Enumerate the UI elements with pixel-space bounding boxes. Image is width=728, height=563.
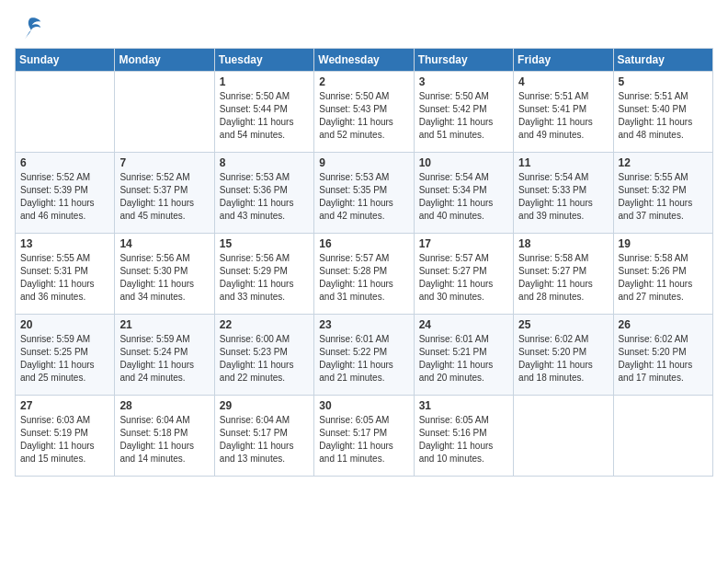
calendar-cell: 7Sunrise: 5:52 AM Sunset: 5:37 PM Daylig… bbox=[115, 153, 214, 234]
day-info: Sunrise: 5:51 AM Sunset: 5:40 PM Dayligh… bbox=[619, 90, 708, 142]
day-number: 11 bbox=[518, 156, 608, 169]
page-header bbox=[15, 15, 713, 40]
calendar-cell: 12Sunrise: 5:55 AM Sunset: 5:32 PM Dayli… bbox=[613, 153, 712, 234]
calendar-cell: 22Sunrise: 6:00 AM Sunset: 5:23 PM Dayli… bbox=[214, 315, 313, 396]
day-number: 31 bbox=[419, 399, 508, 412]
day-number: 14 bbox=[119, 237, 209, 250]
weekday-header-saturday: Saturday bbox=[613, 49, 712, 72]
day-number: 29 bbox=[220, 399, 309, 412]
day-info: Sunrise: 6:04 AM Sunset: 5:18 PM Dayligh… bbox=[119, 414, 209, 465]
weekday-header-tuesday: Tuesday bbox=[214, 49, 313, 72]
day-number: 8 bbox=[220, 156, 309, 169]
day-info: Sunrise: 5:52 AM Sunset: 5:39 PM Dayligh… bbox=[20, 171, 109, 223]
day-number: 15 bbox=[220, 237, 309, 250]
day-number: 1 bbox=[220, 75, 309, 88]
logo bbox=[15, 15, 42, 40]
calendar-cell: 28Sunrise: 6:04 AM Sunset: 5:18 PM Dayli… bbox=[115, 396, 214, 477]
calendar-cell: 24Sunrise: 6:01 AM Sunset: 5:21 PM Dayli… bbox=[414, 315, 513, 396]
day-number: 9 bbox=[319, 156, 408, 169]
day-info: Sunrise: 5:56 AM Sunset: 5:29 PM Dayligh… bbox=[220, 252, 309, 304]
weekday-header-monday: Monday bbox=[115, 49, 214, 72]
day-number: 6 bbox=[20, 156, 109, 169]
calendar-cell: 23Sunrise: 6:01 AM Sunset: 5:22 PM Dayli… bbox=[314, 315, 414, 396]
calendar-week-row: 13Sunrise: 5:55 AM Sunset: 5:31 PM Dayli… bbox=[16, 234, 713, 315]
day-info: Sunrise: 6:00 AM Sunset: 5:23 PM Dayligh… bbox=[220, 333, 309, 385]
day-number: 28 bbox=[119, 399, 209, 412]
day-number: 18 bbox=[518, 237, 608, 250]
day-info: Sunrise: 5:54 AM Sunset: 5:33 PM Dayligh… bbox=[518, 171, 608, 223]
day-info: Sunrise: 5:58 AM Sunset: 5:26 PM Dayligh… bbox=[619, 252, 708, 304]
calendar-cell: 30Sunrise: 6:05 AM Sunset: 5:17 PM Dayli… bbox=[314, 396, 414, 477]
calendar-cell: 25Sunrise: 6:02 AM Sunset: 5:20 PM Dayli… bbox=[514, 315, 613, 396]
day-info: Sunrise: 6:05 AM Sunset: 5:17 PM Dayligh… bbox=[319, 414, 408, 465]
calendar-week-row: 1Sunrise: 5:50 AM Sunset: 5:44 PM Daylig… bbox=[16, 72, 713, 153]
calendar-cell bbox=[115, 72, 214, 153]
weekday-header-friday: Friday bbox=[514, 49, 613, 72]
calendar-cell: 3Sunrise: 5:50 AM Sunset: 5:42 PM Daylig… bbox=[414, 72, 513, 153]
day-number: 24 bbox=[419, 318, 508, 331]
day-number: 21 bbox=[119, 318, 209, 331]
day-number: 7 bbox=[119, 156, 209, 169]
day-number: 16 bbox=[319, 237, 408, 250]
calendar-cell: 5Sunrise: 5:51 AM Sunset: 5:40 PM Daylig… bbox=[613, 72, 712, 153]
calendar-cell: 20Sunrise: 5:59 AM Sunset: 5:25 PM Dayli… bbox=[16, 315, 115, 396]
day-info: Sunrise: 5:53 AM Sunset: 5:35 PM Dayligh… bbox=[319, 171, 408, 223]
calendar-cell: 16Sunrise: 5:57 AM Sunset: 5:28 PM Dayli… bbox=[314, 234, 414, 315]
day-number: 12 bbox=[619, 156, 708, 169]
calendar-cell: 14Sunrise: 5:56 AM Sunset: 5:30 PM Dayli… bbox=[115, 234, 214, 315]
day-info: Sunrise: 5:58 AM Sunset: 5:27 PM Dayligh… bbox=[518, 252, 608, 304]
day-info: Sunrise: 6:02 AM Sunset: 5:20 PM Dayligh… bbox=[518, 333, 608, 385]
calendar-cell: 29Sunrise: 6:04 AM Sunset: 5:17 PM Dayli… bbox=[214, 396, 313, 477]
calendar-week-row: 20Sunrise: 5:59 AM Sunset: 5:25 PM Dayli… bbox=[16, 315, 713, 396]
weekday-header-sunday: Sunday bbox=[16, 49, 115, 72]
calendar-cell: 17Sunrise: 5:57 AM Sunset: 5:27 PM Dayli… bbox=[414, 234, 513, 315]
day-info: Sunrise: 5:55 AM Sunset: 5:32 PM Dayligh… bbox=[619, 171, 708, 223]
day-number: 5 bbox=[619, 75, 708, 88]
day-info: Sunrise: 5:50 AM Sunset: 5:44 PM Dayligh… bbox=[220, 90, 309, 142]
calendar-cell: 27Sunrise: 6:03 AM Sunset: 5:19 PM Dayli… bbox=[16, 396, 115, 477]
calendar-cell: 4Sunrise: 5:51 AM Sunset: 5:41 PM Daylig… bbox=[514, 72, 613, 153]
day-number: 25 bbox=[518, 318, 608, 331]
day-info: Sunrise: 5:52 AM Sunset: 5:37 PM Dayligh… bbox=[119, 171, 209, 223]
day-info: Sunrise: 5:59 AM Sunset: 5:24 PM Dayligh… bbox=[119, 333, 209, 385]
weekday-header-wednesday: Wednesday bbox=[314, 49, 414, 72]
day-number: 17 bbox=[419, 237, 508, 250]
day-number: 22 bbox=[220, 318, 309, 331]
day-info: Sunrise: 5:59 AM Sunset: 5:25 PM Dayligh… bbox=[20, 333, 109, 385]
day-number: 23 bbox=[319, 318, 408, 331]
day-info: Sunrise: 5:50 AM Sunset: 5:43 PM Dayligh… bbox=[319, 90, 408, 142]
calendar-cell: 26Sunrise: 6:02 AM Sunset: 5:20 PM Dayli… bbox=[613, 315, 712, 396]
calendar-cell: 31Sunrise: 6:05 AM Sunset: 5:16 PM Dayli… bbox=[414, 396, 513, 477]
day-info: Sunrise: 5:53 AM Sunset: 5:36 PM Dayligh… bbox=[220, 171, 309, 223]
day-info: Sunrise: 6:01 AM Sunset: 5:21 PM Dayligh… bbox=[419, 333, 508, 385]
calendar-cell bbox=[514, 396, 613, 477]
day-info: Sunrise: 5:55 AM Sunset: 5:31 PM Dayligh… bbox=[20, 252, 109, 304]
calendar-cell: 19Sunrise: 5:58 AM Sunset: 5:26 PM Dayli… bbox=[613, 234, 712, 315]
day-number: 3 bbox=[419, 75, 508, 88]
day-number: 13 bbox=[20, 237, 109, 250]
day-info: Sunrise: 6:01 AM Sunset: 5:22 PM Dayligh… bbox=[319, 333, 408, 385]
day-number: 20 bbox=[20, 318, 109, 331]
day-info: Sunrise: 5:54 AM Sunset: 5:34 PM Dayligh… bbox=[419, 171, 508, 223]
day-number: 4 bbox=[518, 75, 608, 88]
calendar-cell: 1Sunrise: 5:50 AM Sunset: 5:44 PM Daylig… bbox=[214, 72, 313, 153]
day-info: Sunrise: 5:50 AM Sunset: 5:42 PM Dayligh… bbox=[419, 90, 508, 142]
calendar-cell: 13Sunrise: 5:55 AM Sunset: 5:31 PM Dayli… bbox=[16, 234, 115, 315]
calendar-cell: 2Sunrise: 5:50 AM Sunset: 5:43 PM Daylig… bbox=[314, 72, 414, 153]
day-number: 10 bbox=[419, 156, 508, 169]
calendar-table: SundayMondayTuesdayWednesdayThursdayFrid… bbox=[15, 48, 713, 477]
day-info: Sunrise: 6:02 AM Sunset: 5:20 PM Dayligh… bbox=[619, 333, 708, 385]
day-number: 30 bbox=[319, 399, 408, 412]
day-number: 2 bbox=[319, 75, 408, 88]
weekday-header-thursday: Thursday bbox=[414, 49, 513, 72]
day-info: Sunrise: 6:04 AM Sunset: 5:17 PM Dayligh… bbox=[220, 414, 309, 465]
day-number: 19 bbox=[619, 237, 708, 250]
logo-bird-icon bbox=[17, 15, 42, 40]
calendar-cell bbox=[613, 396, 712, 477]
calendar-cell: 6Sunrise: 5:52 AM Sunset: 5:39 PM Daylig… bbox=[16, 153, 115, 234]
day-info: Sunrise: 5:57 AM Sunset: 5:27 PM Dayligh… bbox=[419, 252, 508, 304]
day-number: 27 bbox=[20, 399, 109, 412]
day-info: Sunrise: 5:51 AM Sunset: 5:41 PM Dayligh… bbox=[518, 90, 608, 142]
day-info: Sunrise: 5:56 AM Sunset: 5:30 PM Dayligh… bbox=[119, 252, 209, 304]
calendar-cell: 10Sunrise: 5:54 AM Sunset: 5:34 PM Dayli… bbox=[414, 153, 513, 234]
